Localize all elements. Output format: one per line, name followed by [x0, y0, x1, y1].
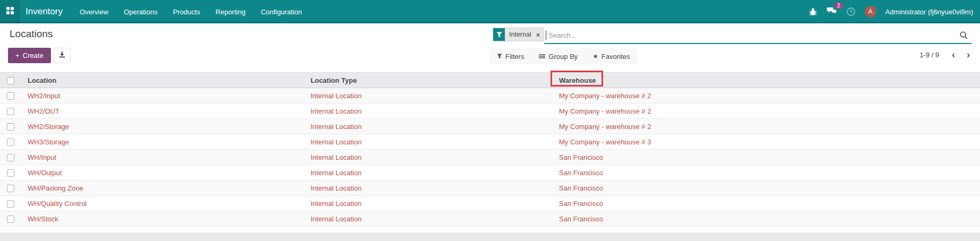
menu-item-overview[interactable]: Overview: [80, 8, 108, 16]
search-input[interactable]: [546, 31, 959, 39]
cell-location-type[interactable]: Internal Location: [304, 119, 553, 134]
cell-warehouse[interactable]: San Francisco: [553, 196, 980, 211]
control-panel: Locations +Create Intern: [0, 23, 980, 72]
menu-item-configuration[interactable]: Configuration: [261, 8, 302, 16]
table-row[interactable]: WH3/Storage Internal Location My Company…: [0, 134, 980, 150]
table-row[interactable]: WH2/OUT Internal Location My Company - w…: [0, 104, 980, 119]
row-checkbox[interactable]: [7, 200, 14, 208]
cell-warehouse[interactable]: San Francisco: [553, 165, 980, 180]
table-row[interactable]: WH/Quality Control Internal Location San…: [0, 196, 980, 211]
cell-location[interactable]: WH3/Storage: [21, 134, 304, 150]
group-by-label: Group By: [548, 53, 578, 61]
row-checkbox[interactable]: [7, 185, 14, 192]
create-button[interactable]: +Create: [8, 48, 51, 63]
row-checkbox-cell: [0, 150, 21, 165]
pager-next-button[interactable]: ›: [964, 50, 973, 59]
row-checkbox-cell: [0, 88, 21, 104]
select-all-cell: [0, 73, 21, 88]
table-row[interactable]: WH2/Input Internal Location My Company -…: [0, 88, 980, 104]
user-avatar[interactable]: A: [865, 6, 876, 18]
column-header-location[interactable]: Location: [21, 73, 304, 88]
cell-location-type[interactable]: Internal Location: [304, 180, 553, 196]
activities-clock-icon[interactable]: [846, 7, 856, 16]
inventory-locations-screen: Inventory Overview Operations Products R…: [0, 0, 980, 241]
pager-range: 1-9 / 9: [919, 51, 939, 59]
row-checkbox[interactable]: [7, 169, 14, 177]
select-all-checkbox[interactable]: [7, 77, 14, 84]
group-by-lines-icon: [539, 53, 545, 61]
cell-location-type[interactable]: Internal Location: [304, 211, 553, 227]
cell-warehouse[interactable]: My Company - warehouse # 2: [553, 119, 980, 134]
funnel-icon: [497, 53, 502, 61]
cell-location[interactable]: WH2/OUT: [21, 104, 304, 119]
row-checkbox[interactable]: [7, 216, 14, 223]
cell-location-type[interactable]: Internal Location: [304, 150, 553, 165]
facet-remove-icon[interactable]: ×: [536, 28, 544, 41]
star-icon: ★: [592, 53, 598, 60]
app-bar-right: 2 A Administrator (fj6nyue0vi9m): [809, 6, 973, 18]
table-row[interactable]: WH/Input Internal Location San Francisco: [0, 150, 980, 165]
facet-label: Internal: [505, 28, 536, 41]
cell-location-type[interactable]: Internal Location: [304, 104, 553, 119]
cell-location[interactable]: WH/Quality Control: [21, 196, 304, 211]
cell-location-type[interactable]: Internal Location: [304, 196, 553, 211]
main-menu: Overview Operations Products Reporting C…: [80, 8, 302, 16]
table-row[interactable]: WH/Packing Zone Internal Location San Fr…: [0, 180, 980, 196]
search-facet-internal[interactable]: Internal ×: [493, 28, 544, 41]
menu-item-products[interactable]: Products: [173, 8, 200, 16]
row-checkbox[interactable]: [7, 108, 14, 115]
messages-button[interactable]: 2: [827, 6, 837, 17]
row-checkbox[interactable]: [7, 92, 14, 100]
debug-bug-icon[interactable]: [809, 7, 818, 16]
table-row[interactable]: WH/Stock Internal Location San Francisco: [0, 211, 980, 227]
favorites-button[interactable]: ★ Favorites: [585, 48, 637, 64]
table-row[interactable]: WH/Output Internal Location San Francisc…: [0, 165, 980, 180]
cell-location[interactable]: WH2/Storage: [21, 119, 304, 134]
cell-location[interactable]: WH2/Input: [21, 88, 304, 104]
locations-table: Location Location Type Warehouse WH2/Inp…: [0, 72, 980, 227]
row-checkbox-cell: [0, 180, 21, 196]
pager-previous-button[interactable]: ‹: [949, 50, 958, 59]
cell-warehouse[interactable]: My Company - warehouse # 2: [553, 104, 980, 119]
filters-label: Filters: [505, 53, 524, 61]
column-header-location-type[interactable]: Location Type: [304, 73, 553, 88]
message-count-badge: 2: [835, 2, 843, 9]
table-row[interactable]: WH2/Storage Internal Location My Company…: [0, 119, 980, 134]
cell-location[interactable]: WH/Output: [21, 165, 304, 180]
cell-location[interactable]: WH/Input: [21, 150, 304, 165]
favorites-label: Favorites: [601, 53, 630, 61]
cell-location-type[interactable]: Internal Location: [304, 88, 553, 104]
search-input-area[interactable]: [544, 28, 972, 44]
column-header-warehouse[interactable]: Warehouse: [553, 73, 980, 88]
download-icon: [58, 50, 66, 61]
cell-location-type[interactable]: Internal Location: [304, 134, 553, 150]
row-checkbox[interactable]: [7, 139, 14, 146]
cell-warehouse[interactable]: My Company - warehouse # 2: [553, 88, 980, 104]
row-checkbox-cell: [0, 211, 21, 227]
group-by-button[interactable]: Group By: [531, 48, 585, 64]
apps-menu-button[interactable]: [0, 0, 20, 23]
cell-warehouse[interactable]: San Francisco: [553, 211, 980, 227]
cell-warehouse[interactable]: San Francisco: [553, 180, 980, 196]
cell-location[interactable]: WH/Packing Zone: [21, 180, 304, 196]
filters-button[interactable]: Filters: [489, 48, 531, 64]
cell-warehouse[interactable]: My Company - warehouse # 3: [553, 134, 980, 150]
search-icon[interactable]: [959, 31, 968, 40]
row-checkbox[interactable]: [7, 123, 14, 131]
export-button[interactable]: [53, 48, 71, 63]
apps-grid-icon: [6, 6, 14, 17]
app-title[interactable]: Inventory: [25, 6, 63, 17]
cell-warehouse[interactable]: San Francisco: [553, 150, 980, 165]
search-bar: Internal ×: [493, 28, 972, 44]
menu-item-reporting[interactable]: Reporting: [216, 8, 245, 16]
warehouse-header-label: Warehouse: [559, 76, 596, 84]
row-checkbox-cell: [0, 165, 21, 180]
search-options: Filters Group By ★ Favorites: [489, 48, 638, 64]
filter-funnel-icon: [493, 28, 505, 41]
user-menu[interactable]: Administrator (fj6nyue0vi9m): [886, 8, 973, 16]
menu-item-operations[interactable]: Operations: [124, 8, 158, 16]
row-checkbox-cell: [0, 134, 21, 150]
row-checkbox[interactable]: [7, 154, 14, 161]
cell-location[interactable]: WH/Stock: [21, 211, 304, 227]
cell-location-type[interactable]: Internal Location: [304, 165, 553, 180]
